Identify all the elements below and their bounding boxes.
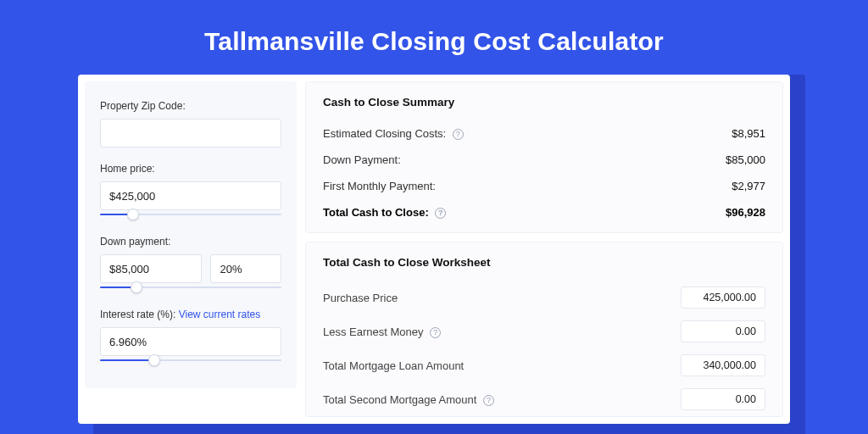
zip-input[interactable] [100,119,281,147]
summary-row-value: $96,928 [726,206,765,219]
zip-field: Property Zip Code: [100,100,281,147]
worksheet-heading: Total Cash to Close Worksheet [323,256,765,269]
worksheet-row-value: 340,000.00 [681,354,765,376]
help-icon[interactable]: ? [430,327,441,338]
page-title: Tallmansville Closing Cost Calculator [0,0,868,75]
home-price-label: Home price: [100,163,281,175]
slider-fill [100,359,154,361]
worksheet-row: Total Second Mortgage Amount ?0.00 [323,382,765,416]
summary-row-value: $2,977 [732,180,765,192]
summary-row-label: Estimated Closing Costs: ? [323,127,464,140]
view-rates-link[interactable]: View current rates [179,309,261,320]
worksheet-row-value: 425,000.00 [681,287,765,309]
summary-row-label: First Monthly Payment: [323,180,436,192]
worksheet-row-value: 0.00 [681,320,765,342]
slider-thumb[interactable] [127,209,139,220]
home-price-slider[interactable] [100,209,281,220]
rate-input[interactable] [100,327,281,356]
worksheet-panel: Total Cash to Close Worksheet Purchase P… [305,242,783,417]
rate-field: Interest rate (%): View current rates [100,309,281,366]
rate-label: Interest rate (%): View current rates [100,309,281,320]
summary-rows: Estimated Closing Costs: ?$8,951Down Pay… [323,120,765,225]
worksheet-row: Less Earnest Money ?0.00 [323,314,765,348]
down-payment-pct-input[interactable] [210,254,281,283]
results-column: Cash to Close Summary Estimated Closing … [305,81,783,417]
summary-row-value: $8,951 [732,127,765,140]
worksheet-row-label: Less Earnest Money ? [323,326,441,338]
help-icon[interactable]: ? [453,129,464,140]
zip-label: Property Zip Code: [100,100,281,112]
help-icon[interactable]: ? [483,395,494,406]
summary-row-value: $85,000 [726,153,765,166]
help-icon[interactable]: ? [435,208,446,219]
worksheet-rows: Purchase Price425,000.00Less Earnest Mon… [323,281,765,416]
summary-row: First Monthly Payment:$2,977 [323,173,765,199]
worksheet-row-value: 0.00 [681,388,765,410]
summary-row-label: Total Cash to Close: ? [323,206,446,219]
down-payment-field: Down payment: [100,236,281,293]
home-price-field: Home price: [100,163,281,220]
summary-row: Down Payment:$85,000 [323,147,765,173]
home-price-input[interactable] [100,181,281,210]
summary-row-label: Down Payment: [323,153,401,166]
calculator-card: Property Zip Code: Home price: Down paym… [78,75,790,424]
worksheet-row: Purchase Price425,000.00 [323,281,765,314]
summary-row: Total Cash to Close: ?$96,928 [323,199,765,225]
worksheet-row-label: Total Mortgage Loan Amount [323,359,464,372]
down-payment-input[interactable] [100,254,202,283]
rate-label-text: Interest rate (%): [100,309,179,320]
rate-slider[interactable] [100,354,281,366]
summary-row: Estimated Closing Costs: ?$8,951 [323,120,765,147]
worksheet-row-label: Total Second Mortgage Amount ? [323,393,494,406]
slider-thumb[interactable] [131,281,142,293]
worksheet-row: Total Mortgage Loan Amount340,000.00 [323,348,765,382]
down-payment-slider[interactable] [100,281,281,293]
down-payment-label: Down payment: [100,236,281,248]
inputs-panel: Property Zip Code: Home price: Down paym… [85,81,297,388]
slider-thumb[interactable] [148,354,160,366]
summary-heading: Cash to Close Summary [323,96,765,108]
summary-panel: Cash to Close Summary Estimated Closing … [305,81,783,233]
worksheet-row-label: Purchase Price [323,292,398,304]
